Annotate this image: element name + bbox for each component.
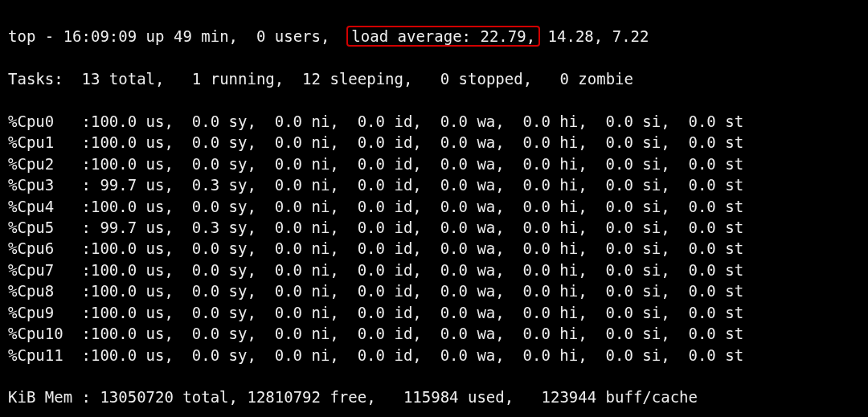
cpu-line: %Cpu2 :100.0 us, 0.0 sy, 0.0 ni, 0.0 id,… bbox=[8, 153, 862, 174]
cpu-lines: %Cpu0 :100.0 us, 0.0 sy, 0.0 ni, 0.0 id,… bbox=[8, 111, 862, 366]
load-average-highlight: load average: 22.79, bbox=[346, 26, 540, 47]
cpu-line: %Cpu10 :100.0 us, 0.0 sy, 0.0 ni, 0.0 id… bbox=[8, 323, 862, 344]
cpu-line: %Cpu4 :100.0 us, 0.0 sy, 0.0 ni, 0.0 id,… bbox=[8, 196, 862, 217]
cpu-line: %Cpu11 :100.0 us, 0.0 sy, 0.0 ni, 0.0 id… bbox=[8, 345, 862, 366]
cpu-line: %Cpu3 : 99.7 us, 0.3 sy, 0.0 ni, 0.0 id,… bbox=[8, 174, 862, 195]
tasks-line: Tasks: 13 total, 1 running, 12 sleeping,… bbox=[8, 68, 862, 89]
cpu-line: %Cpu1 :100.0 us, 0.0 sy, 0.0 ni, 0.0 id,… bbox=[8, 132, 862, 153]
cpu-line: %Cpu0 :100.0 us, 0.0 sy, 0.0 ni, 0.0 id,… bbox=[8, 111, 862, 132]
cpu-line: %Cpu8 :100.0 us, 0.0 sy, 0.0 ni, 0.0 id,… bbox=[8, 280, 862, 301]
mem-line: KiB Mem : 13050720 total, 12810792 free,… bbox=[8, 386, 862, 407]
top-summary-line: top - 16:09:09 up 49 min, 0 users, load … bbox=[8, 26, 862, 47]
cpu-line: %Cpu9 :100.0 us, 0.0 sy, 0.0 ni, 0.0 id,… bbox=[8, 302, 862, 323]
terminal-output: top - 16:09:09 up 49 min, 0 users, load … bbox=[0, 0, 868, 417]
cpu-line: %Cpu6 :100.0 us, 0.0 sy, 0.0 ni, 0.0 id,… bbox=[8, 238, 862, 259]
cpu-line: %Cpu5 : 99.7 us, 0.3 sy, 0.0 ni, 0.0 id,… bbox=[8, 217, 862, 238]
cpu-line: %Cpu7 :100.0 us, 0.0 sy, 0.0 ni, 0.0 id,… bbox=[8, 260, 862, 280]
